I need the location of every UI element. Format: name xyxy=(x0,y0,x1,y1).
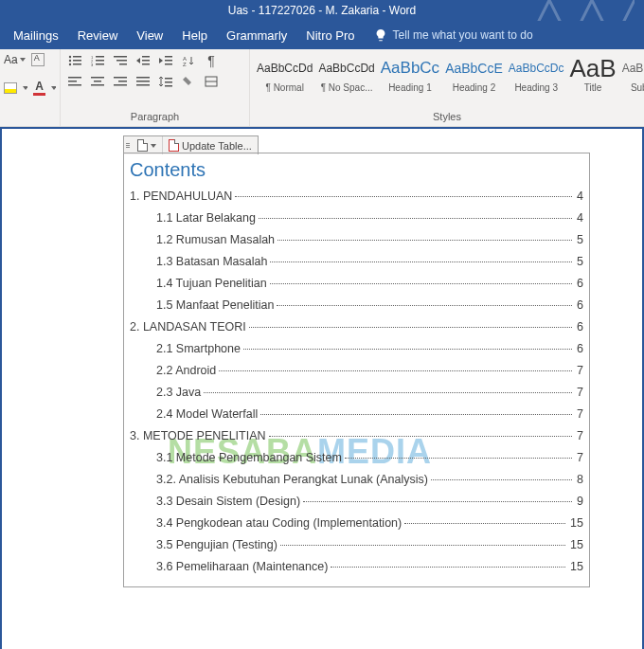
font-color-icon[interactable]: A xyxy=(33,80,45,96)
toc-leader xyxy=(249,327,572,328)
toc-frame[interactable]: Contents 1. PENDAHULUAN41.1 Latar Belaka… xyxy=(123,153,590,587)
toc-entry[interactable]: 1. PENDAHULUAN4 xyxy=(130,185,583,207)
update-icon xyxy=(169,139,179,152)
line-spacing-icon[interactable] xyxy=(157,74,174,89)
drag-handle-icon[interactable] xyxy=(124,141,132,150)
align-right-icon[interactable] xyxy=(112,74,129,89)
toc-leader xyxy=(259,218,572,219)
toc-entry[interactable]: 2.4 Model Waterfall7 xyxy=(130,403,583,424)
toc-leader xyxy=(303,501,572,502)
toc-leader xyxy=(431,479,572,480)
toc-entry[interactable]: 3.5 Pengujian (Testing)15 xyxy=(130,533,583,555)
style-heading-2[interactable]: AaBbCcEHeading 2 xyxy=(442,51,506,109)
toc-leader xyxy=(269,436,572,437)
svg-rect-9 xyxy=(96,60,104,62)
title-decoration xyxy=(521,0,635,21)
toc-entry[interactable]: 3. METODE PENELITIAN7 xyxy=(130,424,583,446)
svg-rect-26 xyxy=(91,77,104,79)
sort-icon[interactable]: AZ xyxy=(180,53,197,68)
svg-rect-3 xyxy=(73,60,81,62)
shading-icon[interactable] xyxy=(180,74,197,89)
style--no-spac-[interactable]: AaBbCcDd¶ No Spac... xyxy=(315,51,377,109)
toc-entry[interactable]: 1.3 Batasan Masalah5 xyxy=(130,250,583,272)
toc-entry[interactable]: 1.5 Manfaat Penelitian6 xyxy=(130,294,583,315)
svg-point-2 xyxy=(69,60,71,62)
svg-rect-5 xyxy=(73,63,81,65)
toc-entry[interactable]: 2.3 Java7 xyxy=(130,381,583,403)
menu-review[interactable]: Review xyxy=(68,23,128,48)
menu-nitro-pro[interactable]: Nitro Pro xyxy=(296,23,364,48)
toc-entry-text: 2.3 Java xyxy=(156,386,201,399)
paragraph-group-label: Paragraph xyxy=(61,109,249,126)
toc-entry[interactable]: 2. LANDASAN TEORI6 xyxy=(130,315,583,337)
style-heading-3[interactable]: AaBbCcDcHeading 3 xyxy=(506,51,567,109)
svg-rect-28 xyxy=(91,84,104,86)
toc-entry[interactable]: 3.2. Analisis Kebutuhan Perangkat Lunak … xyxy=(130,468,583,490)
style--normal[interactable]: AaBbCcDd¶ Normal xyxy=(254,51,315,109)
svg-point-0 xyxy=(69,56,71,58)
svg-rect-33 xyxy=(136,81,150,82)
tell-me-text: Tell me what you want to do xyxy=(393,28,533,42)
toc-entry-page: 8 xyxy=(575,473,583,486)
svg-rect-30 xyxy=(118,81,127,82)
toc-entry[interactable]: 3.1 Metode Pengembangan Sistem7 xyxy=(130,446,583,468)
decrease-indent-icon[interactable] xyxy=(134,53,152,68)
pilcrow-icon[interactable]: ¶ xyxy=(203,53,220,68)
svg-rect-27 xyxy=(94,81,101,82)
toc-entry[interactable]: 2.2 Android7 xyxy=(130,359,583,381)
svg-rect-36 xyxy=(165,81,172,83)
toc-entry[interactable]: 3.6 Pemeliharaan (Maintenance)15 xyxy=(130,555,583,577)
align-left-icon[interactable] xyxy=(66,74,83,89)
toc-leader xyxy=(243,349,572,350)
toc-leader xyxy=(280,545,565,546)
toc-entry-text: 3.2. Analisis Kebutuhan Perangkat Lunak … xyxy=(156,473,428,486)
font-size-label[interactable]: Aa xyxy=(4,53,26,66)
toc-entry[interactable]: 1.1 Latar Belakang4 xyxy=(130,207,583,228)
svg-rect-24 xyxy=(68,81,77,82)
toc-entry-text: 3.4 Pengkodean atau Coding (Implementati… xyxy=(156,516,402,530)
toc-entry[interactable]: 3.4 Pengkodean atau Coding (Implementati… xyxy=(130,512,583,533)
toc-entry-text: 3.3 Desain Sistem (Design) xyxy=(156,495,300,508)
numbering-icon[interactable]: 123 xyxy=(89,53,106,68)
toc-entry[interactable]: 3.3 Desain Sistem (Design)9 xyxy=(130,490,583,512)
style-title[interactable]: AaBTitle xyxy=(567,51,619,109)
toc-entry-page: 15 xyxy=(568,538,583,551)
svg-rect-15 xyxy=(142,56,150,58)
tell-me[interactable]: Tell me what you want to do xyxy=(367,28,533,42)
svg-point-4 xyxy=(69,63,71,65)
toc-entry-page: 4 xyxy=(575,189,583,203)
bullets-icon[interactable] xyxy=(66,53,83,68)
clear-formatting-icon[interactable] xyxy=(31,53,45,66)
borders-icon[interactable] xyxy=(203,74,220,89)
toc-entry-page: 6 xyxy=(575,320,583,334)
toc-entry[interactable]: 1.2 Rumusan Masalah5 xyxy=(130,228,583,250)
justify-icon[interactable] xyxy=(134,74,152,89)
title-bar: Uas - 117227026 - M. Zakaria - Word xyxy=(0,0,644,21)
svg-rect-18 xyxy=(165,56,172,58)
menu-grammarly[interactable]: Grammarly xyxy=(217,23,296,48)
document-area[interactable]: NESABAMEDIA Update Table... Contents 1. … xyxy=(2,129,642,649)
highlight-icon[interactable] xyxy=(4,82,17,94)
toc-entry-text: 3.1 Metode Pengembangan Sistem xyxy=(156,451,342,464)
style-heading-1[interactable]: AaBbCcHeading 1 xyxy=(378,51,442,109)
toc-entry-text: 2.2 Android xyxy=(156,364,216,377)
svg-rect-29 xyxy=(114,77,127,79)
menu-mailings[interactable]: Mailings xyxy=(4,23,68,48)
paragraph-group: 123 AZ ¶ Paragraph xyxy=(61,49,250,126)
svg-rect-17 xyxy=(142,63,150,65)
style-subtit[interactable]: AaBbCcSubtit xyxy=(619,51,644,109)
align-center-icon[interactable] xyxy=(89,74,106,89)
toc-entry-text: 1.4 Tujuan Penelitian xyxy=(156,277,267,290)
svg-rect-16 xyxy=(142,60,150,62)
menu-help[interactable]: Help xyxy=(172,23,217,48)
styles-group: AaBbCcDd¶ NormalAaBbCcDd¶ No Spac...AaBb… xyxy=(250,49,644,126)
toc-entry-page: 9 xyxy=(575,495,583,508)
toc-entry[interactable]: 2.1 Smartphone6 xyxy=(130,337,583,359)
increase-indent-icon[interactable] xyxy=(157,53,174,68)
toc-entry[interactable]: 1.4 Tujuan Penelitian6 xyxy=(130,272,583,294)
multilevel-list-icon[interactable] xyxy=(112,53,129,68)
svg-rect-12 xyxy=(114,56,127,58)
toc-leader xyxy=(260,414,572,415)
menu-view[interactable]: View xyxy=(127,23,172,48)
toc-leader xyxy=(345,458,572,459)
